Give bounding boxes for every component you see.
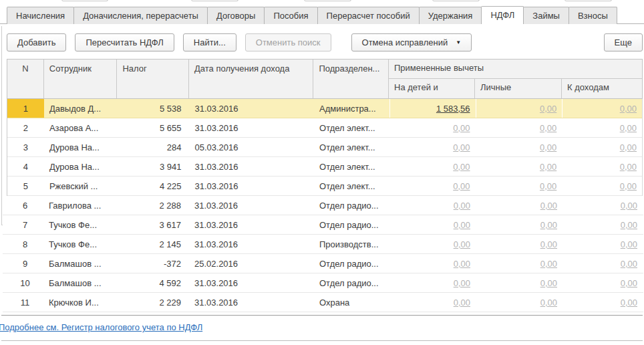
toolbar-button[interactable]: Найти... bbox=[183, 33, 236, 51]
cell-deduction-income[interactable]: 0,00 bbox=[562, 215, 643, 234]
cell-row-number[interactable]: 5 bbox=[7, 177, 44, 195]
cell-row-number[interactable]: 11 bbox=[7, 293, 43, 312]
cell-deduction-income[interactable]: 0,00 bbox=[562, 118, 642, 137]
cell-department[interactable]: Отдел элект... bbox=[314, 138, 389, 156]
tax-register-link[interactable]: Подробнее см. Регистр налогового учета п… bbox=[0, 322, 202, 332]
cell-deduction-children[interactable]: 0,00 bbox=[389, 138, 476, 156]
cell-deduction-children[interactable]: 0,00 bbox=[389, 235, 476, 253]
table-row[interactable]: 9 Балмашов ... -372 25.02.2016 Отдел рад… bbox=[3, 254, 643, 273]
toolbar-button[interactable]: Добавить bbox=[7, 33, 66, 51]
cell-deduction-income[interactable]: 0,00 bbox=[562, 254, 643, 273]
cell-tax[interactable]: 4 592 bbox=[117, 273, 189, 292]
table-row[interactable]: 3 Дурова На... 284 05.03.2016 Отдел элек… bbox=[7, 138, 642, 157]
cell-deduction-income[interactable]: 0,00 bbox=[562, 177, 642, 195]
table-row[interactable]: 7 Тучков Фе... 3 617 31.03.2016 Отдел ра… bbox=[3, 215, 643, 235]
cell-row-number[interactable]: 8 bbox=[7, 235, 43, 253]
cell-department[interactable]: Отдел элект... bbox=[314, 157, 389, 176]
tab-займы[interactable]: Займы bbox=[523, 7, 569, 24]
table-row[interactable]: 10 Балмашов ... 4 592 31.03.2016 Отдел р… bbox=[3, 273, 643, 293]
table-row[interactable]: 6 Гаврилова ... 2 288 31.03.2016 Отдел р… bbox=[3, 196, 643, 215]
cell-tax[interactable]: -372 bbox=[117, 254, 189, 273]
cell-deduction-personal[interactable]: 0,00 bbox=[476, 118, 562, 137]
cell-row-number[interactable]: 7 bbox=[7, 215, 43, 234]
cell-employee[interactable]: Тучков Фе... bbox=[43, 235, 117, 253]
cell-tax[interactable]: 3 617 bbox=[117, 215, 189, 234]
cell-employee[interactable]: Ржевский ... bbox=[44, 177, 118, 195]
column-header-department[interactable]: Подразделен... bbox=[313, 60, 389, 98]
cell-date[interactable]: 25.02.2016 bbox=[189, 254, 314, 273]
table-row[interactable]: 4 Дурова На... 3 941 31.03.2016 Отдел эл… bbox=[7, 157, 642, 177]
column-header-ded-children[interactable]: На детей и bbox=[389, 79, 475, 98]
cell-department[interactable]: Отдел радио... bbox=[314, 254, 389, 273]
cell-tax[interactable]: 284 bbox=[118, 138, 190, 156]
column-header-ded-personal[interactable]: Личные bbox=[475, 79, 562, 98]
cell-date[interactable]: 31.03.2016 bbox=[189, 99, 314, 118]
cell-date[interactable]: 31.03.2016 bbox=[189, 215, 314, 234]
cell-deduction-income[interactable]: 0,00 bbox=[562, 138, 642, 156]
cell-department[interactable]: Отдел радио... bbox=[314, 273, 389, 292]
cell-deduction-children[interactable]: 0,00 bbox=[389, 273, 476, 292]
cell-department[interactable]: Производств... bbox=[314, 235, 389, 253]
cell-date[interactable]: 31.03.2016 bbox=[189, 196, 314, 215]
cell-employee[interactable]: Балмашов ... bbox=[43, 254, 117, 273]
column-header-employee[interactable]: Сотрудник bbox=[44, 60, 118, 98]
cell-deduction-income[interactable]: 0,00 bbox=[562, 196, 643, 215]
cell-employee[interactable]: Крючков И... bbox=[43, 293, 117, 312]
cell-deduction-personal[interactable]: 0,00 bbox=[476, 215, 562, 234]
cell-deduction-children[interactable]: 0,00 bbox=[389, 196, 476, 215]
tab-доначисления-перерасчеты[interactable]: Доначисления, перерасчеты bbox=[73, 7, 208, 24]
cell-deduction-personal[interactable]: 0,00 bbox=[476, 235, 562, 253]
cell-row-number[interactable]: 3 bbox=[7, 138, 44, 156]
cell-tax[interactable]: 5 655 bbox=[118, 118, 190, 137]
cell-deduction-personal[interactable]: 0,00 bbox=[476, 254, 562, 273]
table-row[interactable]: 2 Азарова А... 5 655 31.03.2016 Отдел эл… bbox=[7, 118, 642, 138]
cell-deduction-income[interactable]: 0,00 bbox=[562, 273, 643, 292]
cell-date[interactable]: 31.03.2016 bbox=[189, 118, 314, 137]
cell-deduction-income[interactable]: 0,00 bbox=[562, 157, 642, 176]
cell-department[interactable]: Отдел радио... bbox=[314, 215, 389, 234]
column-header-date[interactable]: Дата получения дохода bbox=[189, 60, 313, 98]
tab-взносы[interactable]: Взносы bbox=[569, 7, 617, 24]
cell-row-number[interactable]: 4 bbox=[7, 157, 44, 176]
cell-deduction-children[interactable]: 0,00 bbox=[389, 177, 476, 195]
cell-date[interactable]: 31.03.2016 bbox=[189, 157, 314, 176]
cell-department[interactable]: Охрана bbox=[314, 293, 389, 312]
tab-перерасчет-пособий[interactable]: Перерасчет пособий bbox=[317, 7, 420, 24]
toolbar-button[interactable]: Пересчитать НДФЛ bbox=[75, 33, 174, 51]
table-row[interactable]: 5 Ржевский ... 4 225 31.03.2016 Отдел эл… bbox=[7, 177, 642, 196]
column-header-ded-income[interactable]: К доходам bbox=[562, 79, 642, 98]
cell-deduction-children[interactable]: 0,00 bbox=[389, 118, 476, 137]
cell-tax[interactable]: 3 941 bbox=[118, 157, 190, 176]
cell-department[interactable]: Администра... bbox=[314, 99, 389, 118]
cell-deduction-personal[interactable]: 0,00 bbox=[476, 138, 562, 156]
cell-tax[interactable]: 2 229 bbox=[117, 293, 189, 312]
cell-employee[interactable]: Азарова А... bbox=[44, 118, 118, 137]
cell-deduction-personal[interactable]: 0,00 bbox=[476, 196, 562, 215]
cell-tax[interactable]: 4 225 bbox=[118, 177, 190, 195]
cell-employee[interactable]: Дурова На... bbox=[44, 157, 118, 176]
cell-date[interactable]: 31.03.2016 bbox=[189, 235, 314, 253]
table-row[interactable]: 11 Крючков И... 2 229 31.03.2016 Охрана … bbox=[3, 293, 643, 312]
cell-row-number[interactable]: 9 bbox=[7, 254, 43, 273]
cell-employee[interactable]: Давыдов Д... bbox=[44, 99, 118, 118]
cell-deduction-personal[interactable]: 0,00 bbox=[476, 157, 562, 176]
table-row[interactable]: 1 Давыдов Д... 5 538 31.03.2016 Админист… bbox=[7, 99, 642, 118]
cell-deduction-personal[interactable]: 0,00 bbox=[476, 177, 562, 195]
column-header-n[interactable]: N bbox=[7, 60, 44, 98]
cell-deduction-income[interactable]: 0,00 bbox=[562, 235, 643, 253]
cell-row-number[interactable]: 10 bbox=[7, 273, 43, 292]
cell-tax[interactable]: 2 145 bbox=[117, 235, 189, 253]
cell-date[interactable]: 05.03.2016 bbox=[189, 138, 314, 156]
cell-employee[interactable]: Гаврилова ... bbox=[43, 196, 117, 215]
tab-удержания[interactable]: Удержания bbox=[419, 7, 482, 24]
cell-deduction-children[interactable]: 0,00 bbox=[389, 215, 476, 234]
tab-пособия[interactable]: Пособия bbox=[264, 7, 317, 24]
cell-deduction-children[interactable]: 0,00 bbox=[389, 157, 476, 176]
cell-date[interactable]: 31.03.2016 bbox=[189, 177, 314, 195]
tab-ндфл[interactable]: НДФЛ bbox=[481, 6, 524, 24]
cell-deduction-income[interactable]: 0,00 bbox=[562, 99, 642, 118]
toolbar-button[interactable]: Отмена исправлений▼ bbox=[351, 33, 472, 51]
cell-deduction-children[interactable]: 1 583,56 bbox=[389, 99, 476, 118]
cell-date[interactable]: 31.03.2016 bbox=[189, 293, 314, 312]
cell-deduction-personal[interactable]: 0,00 bbox=[476, 273, 562, 292]
